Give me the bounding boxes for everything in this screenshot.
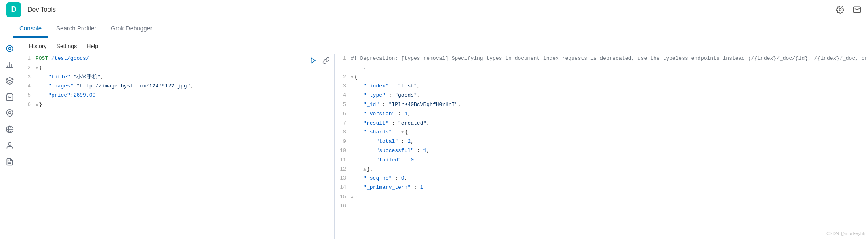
left-editor-panel: 1 POST /test/goods/ 2 ▼{ 3 "title":"小米手机… [19, 54, 335, 239]
code-line: 1 POST /test/goods/ [19, 54, 334, 63]
code-line: 15 ▲} [335, 192, 868, 202]
svg-point-9 [8, 112, 11, 114]
code-line: 2 ▼{ [19, 63, 334, 73]
svg-point-12 [8, 143, 11, 146]
sidebar-icon-person[interactable] [2, 138, 17, 153]
code-line: 11 "failed" : 0 [335, 156, 868, 165]
sidebar-icon-shop[interactable] [2, 90, 17, 104]
code-line: 7 "result" : "created", [335, 119, 868, 128]
code-line: 6 "_version" : 1, [335, 110, 868, 119]
code-line: ). [335, 63, 868, 73]
code-line: 4 "images":"http://image.bysl.com/124791… [19, 82, 334, 91]
code-line: 10 "successful" : 1, [335, 146, 868, 156]
console-wrapper: History Settings Help 1 POST /test/goods… [19, 38, 868, 239]
svg-marker-7 [6, 78, 13, 81]
svg-point-1 [6, 46, 13, 52]
code-line: 3 "title":"小米手机", [19, 73, 334, 82]
settings-icon[interactable] [836, 5, 845, 14]
sidebar-icon-doc[interactable] [2, 154, 17, 169]
run-icon[interactable] [308, 56, 318, 66]
svg-marker-15 [311, 58, 316, 63]
sidebar-icon-pin[interactable] [2, 106, 17, 121]
console-toolbar: History Settings Help [19, 38, 868, 54]
top-bar-actions [836, 5, 862, 14]
toolbar-help[interactable]: Help [86, 43, 98, 49]
code-line: 4 "_type" : "goods", [335, 91, 868, 100]
svg-point-0 [839, 8, 841, 11]
toolbar-history[interactable]: History [29, 43, 47, 49]
main-content: History Settings Help 1 POST /test/goods… [0, 38, 868, 239]
sidebar-icon-chart[interactable] [2, 57, 17, 72]
code-line: 3 "_index" : "test", [335, 82, 868, 91]
code-line: 12 ▲}, [335, 165, 868, 174]
right-editor-content[interactable]: 1 #! Deprecation: [types removal] Specif… [335, 54, 868, 239]
tab-grok-debugger[interactable]: Grok Debugger [104, 25, 159, 38]
sidebar-icon-layers[interactable] [2, 74, 17, 88]
app-logo: D [6, 2, 21, 17]
left-editor-content[interactable]: 1 POST /test/goods/ 2 ▼{ 3 "title":"小米手机… [19, 54, 334, 239]
toolbar-settings[interactable]: Settings [57, 43, 77, 49]
tab-search-profiler[interactable]: Search Profiler [50, 25, 103, 38]
app-title: Dev Tools [27, 6, 829, 13]
code-line: 1 #! Deprecation: [types removal] Specif… [335, 54, 868, 63]
top-bar: D Dev Tools [0, 0, 868, 19]
tab-console[interactable]: Console [13, 25, 48, 38]
code-line: 8 "_shards" : ▼{ [335, 128, 868, 137]
code-line: 13 "_seq_no" : 0, [335, 174, 868, 183]
copy-icon[interactable] [321, 56, 331, 66]
code-line: 5 "price":2699.00 [19, 91, 334, 100]
tab-bar: Console Search Profiler Grok Debugger [0, 19, 868, 38]
code-line: 16 [335, 202, 868, 211]
sidebar-icon-network[interactable] [2, 122, 17, 137]
sidebar [0, 38, 19, 239]
sidebar-icon-home[interactable] [2, 41, 17, 56]
code-line: 9 "total" : 2, [335, 137, 868, 146]
code-line: 14 "_primary_term" : 1 [335, 183, 868, 192]
code-line: 2 ▼{ [335, 73, 868, 82]
svg-point-2 [8, 48, 11, 50]
watermark: CSDN @monkeyhlj [826, 230, 865, 237]
right-editor-panel: 1 #! Deprecation: [types removal] Specif… [335, 54, 868, 239]
editor-panels: 1 POST /test/goods/ 2 ▼{ 3 "title":"小米手机… [19, 54, 868, 239]
mail-icon[interactable] [853, 5, 862, 14]
code-line: 5 "_id" : "IPlrK40BcVBqhfH0rHnI", [335, 100, 868, 110]
code-line: 6 ▲} [19, 100, 334, 110]
panel-actions [308, 56, 331, 66]
